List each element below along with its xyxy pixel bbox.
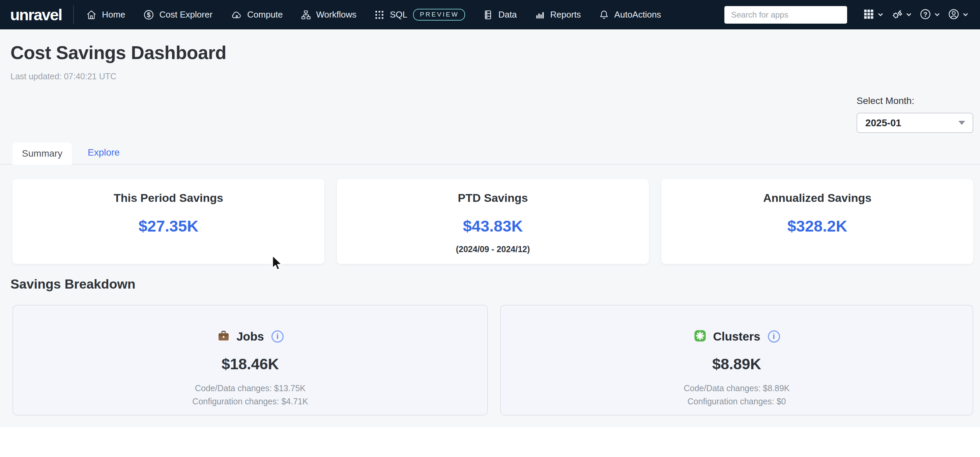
info-icon[interactable]: i [272,331,283,343]
nav-item-label: Data [498,10,517,20]
savings-breakdown-heading: Savings Breakdown [10,277,135,292]
nav-item-sql[interactable]: SQL PREVIEW [374,9,465,21]
page-title: Cost Savings Dashboard [10,42,226,64]
dollar-circle-icon: $ [143,9,154,21]
svg-text:?: ? [923,10,928,18]
help-icon: ? [919,8,931,22]
jobs-card-title: Jobs [236,330,264,343]
nav-item-label: Workflows [316,10,356,20]
chevron-down-icon [958,121,965,125]
user-menu-button[interactable] [946,7,970,23]
nav-item-autoactions[interactable]: AutoActions [598,10,661,20]
nav-item-label: SQL [390,10,407,20]
jobs-code-data-changes: Code/Data changes: $13.75K [192,382,308,395]
jobs-configuration-changes: Configuration changes: $4.71K [192,395,308,408]
month-select-dropdown[interactable]: 2025-01 [857,113,973,133]
chevron-down-icon [906,12,912,18]
tab-explore[interactable]: Explore [88,147,120,158]
chevron-down-icon [934,12,940,18]
tabs-divider [0,164,980,165]
nav-item-data[interactable]: Data [482,10,517,20]
svg-text:$: $ [147,11,150,19]
tab-summary-label: Summary [22,148,62,159]
navbar-separator [73,5,74,24]
home-icon [86,10,97,20]
info-icon[interactable]: i [768,331,780,343]
card-title: PTD Savings [458,192,528,205]
nav-item-label: Cost Explorer [159,10,213,20]
card-period-range: (2024/09 - 2024/12) [456,244,530,254]
cloud-compute-icon [230,10,242,20]
green-asterisk-icon [694,329,707,344]
summary-cards-row: This Period Savings $27.35K PTD Savings … [13,179,973,264]
sql-pattern-icon [374,10,385,20]
clusters-card-value: $8.89K [712,355,761,373]
bar-chart-icon [535,10,545,20]
tools-menu-button[interactable] [889,7,913,23]
clusters-card-details: Code/Data changes: $8.89K Configuration … [684,382,789,408]
card-title: This Period Savings [114,192,223,205]
briefcase-icon [217,329,230,344]
nav-item-label: Compute [247,10,283,20]
nav-item-label: AutoActions [614,10,661,20]
nav-item-home[interactable]: Home [86,10,125,20]
select-month-label: Select Month: [857,96,973,106]
card-annualized-savings: Annualized Savings $328.2K [661,179,973,264]
navbar-menu: Home $ Cost Explorer Compute Workflows S… [86,9,661,21]
jobs-card-header: Jobs i [217,329,283,344]
breakdown-card-jobs: Jobs i $18.46K Code/Data changes: $13.75… [13,305,488,415]
workflow-icon [301,10,311,20]
user-icon [948,8,960,22]
card-value: $27.35K [138,217,199,235]
tools-icon [891,8,903,22]
card-value: $43.83K [463,217,523,235]
month-filter: Select Month: 2025-01 [857,96,973,133]
chevron-down-icon [963,12,969,18]
tab-summary[interactable]: Summary [13,142,72,165]
card-value: $328.2K [788,217,848,235]
breakdown-card-clusters: Clusters i $8.89K Code/Data changes: $8.… [500,305,973,415]
breakdown-cards-row: Jobs i $18.46K Code/Data changes: $13.75… [13,305,973,415]
nav-item-label: Home [102,10,125,20]
clusters-card-header: Clusters i [694,329,780,344]
clusters-card-title: Clusters [713,330,760,343]
bottom-strip [0,427,980,457]
clusters-configuration-changes: Configuration changes: $0 [684,395,789,408]
month-select-value: 2025-01 [865,117,901,129]
nav-item-compute[interactable]: Compute [230,10,283,20]
nav-item-workflows[interactable]: Workflows [301,10,356,20]
last-updated-text: Last updated: 07:40:21 UTC [10,72,116,81]
bell-icon [598,10,609,20]
nav-item-cost-explorer[interactable]: $ Cost Explorer [143,9,213,21]
help-menu-button[interactable]: ? [918,7,942,23]
card-title: Annualized Savings [763,192,872,205]
chevron-down-icon [878,12,883,18]
jobs-card-value: $18.46K [221,355,279,373]
nav-item-label: Reports [550,10,581,20]
search-input[interactable] [724,6,847,24]
database-icon [482,10,493,20]
card-this-period-savings: This Period Savings $27.35K [13,179,325,264]
jobs-card-details: Code/Data changes: $13.75K Configuration… [192,382,308,408]
top-navbar: unravel Home $ Cost Explorer Compute Wor… [0,0,980,29]
sql-preview-badge: PREVIEW [413,9,465,21]
apps-menu-button[interactable] [861,7,885,23]
card-ptd-savings: PTD Savings $43.83K (2024/09 - 2024/12) [337,179,649,264]
nav-item-reports[interactable]: Reports [535,10,581,20]
navbar-icon-cluster: ? [861,7,970,23]
unravel-logo[interactable]: unravel [10,5,62,24]
clusters-code-data-changes: Code/Data changes: $8.89K [684,382,789,395]
apps-grid-icon [863,8,875,22]
